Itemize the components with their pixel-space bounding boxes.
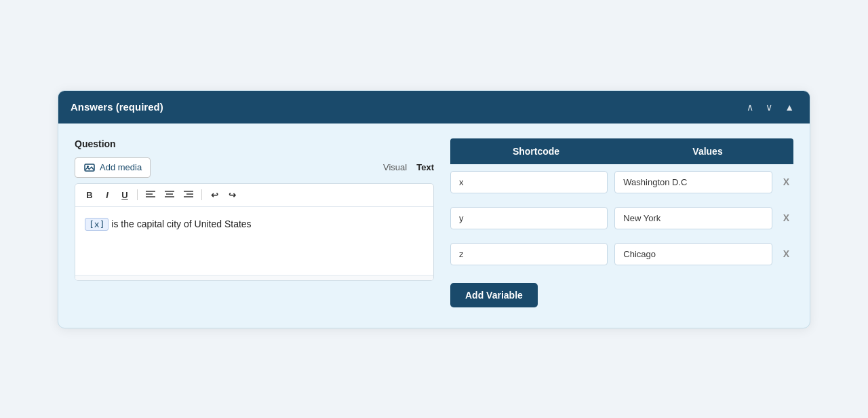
remove-row-2-button[interactable]: X [779,212,793,224]
svg-point-1 [87,166,89,168]
table-row: X [450,164,793,200]
collapse-panel-button[interactable]: ▲ [781,100,797,114]
shortcode-tag: [x] [85,218,108,231]
add-media-label: Add media [100,162,142,172]
header-controls: ∧ ∨ ▲ [743,100,797,114]
col-shortcode: Shortcode [450,138,622,164]
align-right-button[interactable] [180,188,197,202]
undo-button[interactable]: ↩ [207,188,222,202]
collapse-down-button[interactable]: ∨ [762,100,776,114]
editor-bottom-bar [75,275,433,280]
toolbar-divider [137,189,138,200]
align-left-button[interactable] [142,188,159,202]
col-values: Values [622,138,793,164]
align-center-button[interactable] [161,188,178,202]
media-icon [83,162,96,174]
shortcode-input-3[interactable] [450,243,608,265]
table-row: X [450,200,793,236]
remove-row-1-button[interactable]: X [779,176,793,188]
tab-text[interactable]: Text [416,161,434,174]
shortcode-input-1[interactable] [450,171,608,193]
view-tabs: Visual Text [383,161,434,174]
add-media-button[interactable]: Add media [75,157,151,178]
table-header: Shortcode Values [450,138,793,164]
format-toolbar: B I U ↩ ↪ [75,184,433,207]
table-row: X [450,236,793,272]
content-area: Question Add media Visual [58,124,810,328]
redo-button[interactable]: ↪ [224,188,239,202]
panel-header: Answers (required) ∧ ∨ ▲ [58,91,810,124]
italic-button[interactable]: I [100,188,115,202]
tab-visual[interactable]: Visual [383,161,407,174]
underline-button[interactable]: U [117,188,132,202]
value-input-2[interactable] [614,207,772,229]
question-label: Question [75,138,434,149]
panel-title: Answers (required) [71,101,163,113]
editor-box: B I U ↩ ↪ [75,183,434,281]
shortcode-input-2[interactable] [450,207,608,229]
value-input-3[interactable] [614,243,772,265]
collapse-up-button[interactable]: ∧ [743,100,757,114]
editor-content[interactable]: [x] is the capital city of United States [75,207,433,275]
bold-button[interactable]: B [82,188,97,202]
variables-section: Shortcode Values X X [450,138,793,307]
svg-rect-0 [85,164,94,171]
question-section: Question Add media Visual [75,138,434,307]
table-rows: X X X [450,164,793,272]
add-variable-button[interactable]: Add Variable [450,283,538,307]
editor-text: is the capital city of United States [108,218,251,229]
value-input-1[interactable] [614,171,772,193]
remove-row-3-button[interactable]: X [779,248,793,260]
main-container: Answers (required) ∧ ∨ ▲ Question [58,90,810,328]
editor-toolbar-top: Add media Visual Text [75,157,434,178]
toolbar-divider-2 [201,189,202,200]
